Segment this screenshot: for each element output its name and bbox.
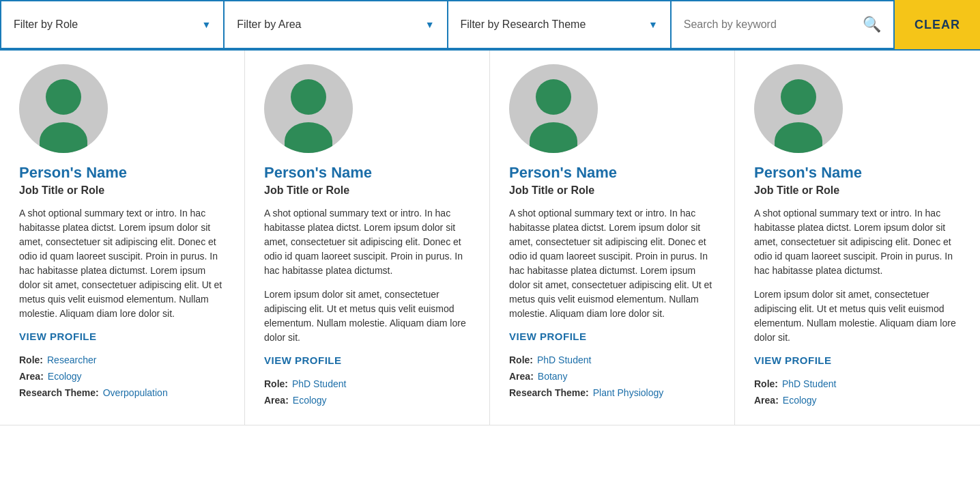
search-icon: 🔍 [863,16,881,33]
role-label: Role: [509,354,533,365]
role-filter-label: Filter by Role [14,18,78,31]
avatar [264,64,353,153]
area-label: Area: [19,371,44,382]
summary-text-2: Lorem ipsum dolor sit amet, consectetuer… [754,288,961,345]
role-row: Role: PhD Student [754,378,961,389]
area-row: Area: Botany [509,371,715,382]
role-label: Role: [754,378,778,389]
role-value[interactable]: PhD Student [537,354,591,365]
avatar-head [46,79,81,115]
avatar-head [781,79,816,115]
summary-text-2: Lorem ipsum dolor sit amet, consectetuer… [264,288,470,345]
filter-bar: Filter by Role ▼ Filter by Area ▼ Filter… [0,0,980,51]
role-label: Role: [264,378,288,389]
view-profile-link[interactable]: VIEW PROFILE [509,331,587,342]
role-value[interactable]: PhD Student [292,378,346,389]
role-row: Role: PhD Student [264,378,470,389]
job-title: Job Title or Role [264,184,470,197]
area-value[interactable]: Ecology [783,395,817,406]
person-name: Person's Name [19,164,225,182]
view-profile-link[interactable]: VIEW PROFILE [264,354,342,366]
area-value[interactable]: Ecology [293,395,327,406]
job-title: Job Title or Role [19,184,225,197]
role-value[interactable]: Researcher [47,354,96,365]
role-row: Role: Researcher [19,354,225,365]
area-label: Area: [509,371,534,382]
job-title: Job Title or Role [509,184,715,197]
cards-grid: Person's Name Job Title or Role A shot o… [0,51,980,425]
search-box: 🔍 [672,0,895,49]
summary-text-1: A shot optional summary text or intro. I… [754,206,961,278]
area-filter-dropdown[interactable]: Filter by Area ▼ [225,0,448,49]
area-label: Area: [754,395,779,406]
avatar-wrap [509,64,715,153]
role-label: Role: [19,354,43,365]
area-row: Area: Ecology [19,371,225,382]
theme-label: Research Theme: [19,387,99,398]
person-card: Person's Name Job Title or Role A shot o… [0,51,245,425]
summary-text-1: A shot optional summary text or intro. I… [264,206,470,278]
avatar [509,64,598,153]
area-filter-label: Filter by Area [237,18,301,31]
person-name: Person's Name [509,164,715,182]
view-profile-link[interactable]: VIEW PROFILE [754,354,832,366]
theme-filter-dropdown[interactable]: Filter by Research Theme ▼ [448,0,672,49]
theme-label: Research Theme: [509,387,589,398]
avatar-body [285,122,332,153]
theme-row: Research Theme: Overpopulation [19,387,225,398]
area-value[interactable]: Botany [538,371,568,382]
avatar-head [291,79,326,115]
clear-button[interactable]: CLEAR [895,0,980,49]
theme-filter-chevron: ▼ [648,19,658,30]
avatar-wrap [19,64,225,153]
avatar-body [530,122,577,153]
person-name: Person's Name [264,164,470,182]
avatar [19,64,108,153]
summary-text-1: A shot optional summary text or intro. I… [19,206,225,321]
avatar-wrap [264,64,470,153]
summary-text-1: A shot optional summary text or intro. I… [509,206,715,321]
theme-value[interactable]: Overpopulation [103,387,168,398]
job-title: Job Title or Role [754,184,961,197]
role-value[interactable]: PhD Student [782,378,836,389]
person-name: Person's Name [754,164,961,182]
area-filter-chevron: ▼ [425,19,435,30]
person-card: Person's Name Job Title or Role A shot o… [490,51,735,425]
avatar-body [775,122,822,153]
person-card: Person's Name Job Title or Role A shot o… [245,51,490,425]
avatar-wrap [754,64,961,153]
theme-value[interactable]: Plant Physiology [593,387,664,398]
search-input[interactable] [684,18,863,31]
theme-row: Research Theme: Plant Physiology [509,387,715,398]
person-card: Person's Name Job Title or Role A shot o… [735,51,980,425]
role-filter-dropdown[interactable]: Filter by Role ▼ [0,0,225,49]
area-label: Area: [264,395,289,406]
avatar-head [536,79,571,115]
view-profile-link[interactable]: VIEW PROFILE [19,331,97,342]
role-filter-chevron: ▼ [201,19,211,30]
area-row: Area: Ecology [754,395,961,406]
avatar-body [40,122,87,153]
area-value[interactable]: Ecology [48,371,82,382]
role-row: Role: PhD Student [509,354,715,365]
area-row: Area: Ecology [264,395,470,406]
avatar [754,64,843,153]
theme-filter-label: Filter by Research Theme [461,18,586,31]
